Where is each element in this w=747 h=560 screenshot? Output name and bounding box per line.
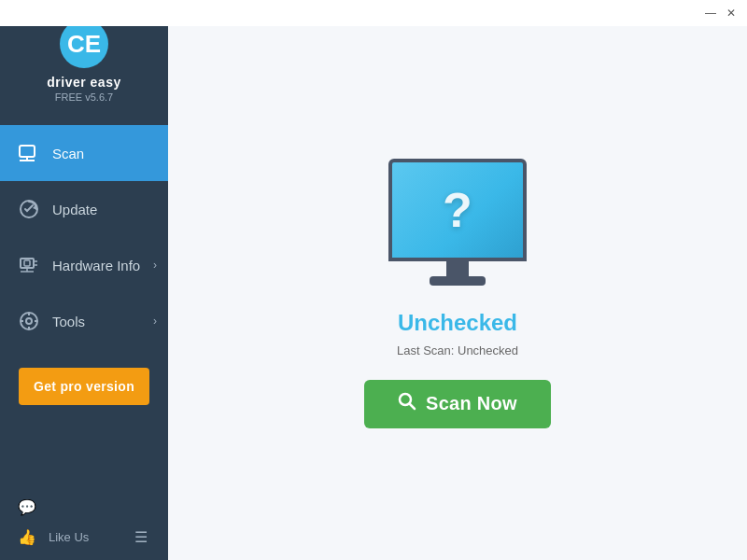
- svg-point-14: [26, 318, 32, 324]
- sidebar-item-scan[interactable]: Scan: [0, 125, 168, 181]
- list-icon: ☰: [131, 526, 151, 547]
- svg-rect-2: [20, 146, 35, 157]
- monitor-stand-top: [446, 261, 469, 276]
- like-icon: 👍: [17, 526, 37, 547]
- sidebar-item-hardware-info-label: Hardware Info: [52, 258, 140, 273]
- sidebar: CE driver easy FREE v5.6.7 Scan: [0, 0, 168, 560]
- chat-icon: 💬: [17, 497, 37, 517]
- sidebar-item-update[interactable]: Update: [0, 181, 168, 237]
- update-icon: [17, 197, 41, 221]
- sidebar-item-tools-label: Tools: [52, 314, 85, 329]
- sidebar-footer: 💬 👍 Like Us ☰: [0, 483, 168, 560]
- title-bar: — ✕: [0, 0, 747, 26]
- scan-now-button[interactable]: Scan Now: [364, 380, 551, 428]
- tools-chevron-icon: ›: [153, 315, 157, 328]
- svg-rect-8: [24, 260, 30, 266]
- monitor-illustration: ?: [383, 159, 532, 289]
- sidebar-item-hardware-info[interactable]: Hardware Info ›: [0, 237, 168, 293]
- svg-line-20: [410, 404, 415, 409]
- scan-icon: [17, 141, 41, 165]
- svg-text:CE: CE: [67, 30, 101, 58]
- nav-items: Scan Update: [0, 125, 168, 349]
- sidebar-item-tools[interactable]: Tools ›: [0, 293, 168, 349]
- app-name: driver easy: [47, 75, 120, 90]
- app-version: FREE v5.6.7: [55, 91, 113, 103]
- status-title: Unchecked: [398, 310, 517, 336]
- footer-like-row[interactable]: 👍 Like Us ☰: [17, 526, 151, 547]
- sidebar-item-update-label: Update: [52, 202, 97, 217]
- app-logo-icon: CE: [59, 19, 109, 69]
- scan-now-label: Scan Now: [426, 393, 517, 414]
- like-us-label: Like Us: [49, 530, 89, 544]
- sidebar-item-scan-label: Scan: [52, 146, 84, 161]
- hardware-info-chevron-icon: ›: [153, 259, 157, 272]
- monitor-question-mark: ?: [443, 186, 472, 234]
- status-sub: Last Scan: Unchecked: [397, 343, 518, 357]
- monitor-screen: ?: [388, 159, 527, 261]
- minimize-button[interactable]: —: [702, 5, 719, 21]
- main-content: ? Unchecked Last Scan: Unchecked Scan No…: [168, 26, 747, 560]
- hardware-icon: [17, 253, 41, 277]
- tools-icon: [17, 309, 41, 333]
- monitor-stand-base: [430, 276, 486, 286]
- footer-chat-row[interactable]: 💬: [17, 497, 151, 517]
- get-pro-button[interactable]: Get pro version: [19, 368, 149, 405]
- scan-search-icon: [398, 392, 416, 415]
- close-button[interactable]: ✕: [723, 5, 740, 21]
